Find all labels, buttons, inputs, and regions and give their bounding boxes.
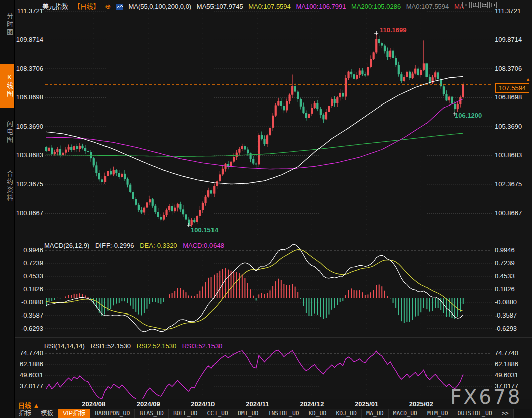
main-axis-label: 102.3675 xyxy=(15,181,43,188)
toolbar-item-mtm-ud[interactable]: MTM_UD xyxy=(422,409,453,418)
toolbar-item-barupdn-ud[interactable]: BARUPDN_UD xyxy=(90,409,135,418)
main-axis-label: 111.3721 xyxy=(495,8,530,15)
macd-axis-label: 0.7239 xyxy=(495,260,530,267)
ma0-value: MA0:107.5594 xyxy=(248,3,291,10)
toolbar-item-vip-indicators[interactable]: VIP指标 xyxy=(58,409,90,418)
expand-icon[interactable]: ⊕ xyxy=(105,3,111,10)
period-badge[interactable]: 【日线】 xyxy=(74,3,100,10)
ma100-value: MA100:106.7991 xyxy=(296,3,346,10)
macd-dea-value: DEA:-0.3320 xyxy=(140,242,177,249)
chart-canvas[interactable] xyxy=(0,0,532,418)
rsi2-value: RSI2:52.1530 xyxy=(137,342,177,350)
main-axis-label: 103.8683 xyxy=(15,152,43,159)
toolbar-item-bias-ud[interactable]: BIAS_UD xyxy=(135,409,168,418)
main-axis-label: 111.3721 xyxy=(15,8,43,15)
macd-axis-label: -0.0880 xyxy=(495,299,530,306)
trading-app-window: 分时图K线图闪电图合约资料 美元指数 【日线】 ⊕ MA(55,0,100,20… xyxy=(0,0,532,418)
pan-tool-icon[interactable] xyxy=(462,2,470,8)
macd-axis-label: 0.1826 xyxy=(495,286,530,293)
sidebar-item-contract-info[interactable]: 合约资料 xyxy=(0,156,14,217)
macd-axis-label: -0.3587 xyxy=(495,312,530,319)
ma200-value: MA200:105.0286 xyxy=(351,3,401,10)
y-axis-zoom-icon[interactable] xyxy=(471,2,479,8)
sidebar-item-timeline-chart[interactable]: 分时图 xyxy=(0,3,14,46)
macd-bar-value: MACD:0.0648 xyxy=(183,242,224,249)
x-axis-zoom-icon[interactable] xyxy=(480,2,488,8)
macd-header: MACD(26,12,9) DIFF:-0.2996 DEA:-0.3320 M… xyxy=(44,242,228,249)
symbol-name: 美元指数 xyxy=(42,3,68,10)
macd-axis-label: 0.4533 xyxy=(495,273,530,280)
main-axis-label: 109.8714 xyxy=(495,36,530,43)
date-label: 2025/01 xyxy=(348,400,385,408)
rsi3-value: RSI3:52.1530 xyxy=(182,342,223,350)
macd-axis-label: 0.9946 xyxy=(495,247,530,254)
sidebar-item-kline-chart[interactable]: K线图 xyxy=(0,64,14,108)
rsi-axis-label: 74.7740 xyxy=(15,350,43,357)
date-label: 2024/10 xyxy=(184,400,222,408)
brand-watermark: FX678 xyxy=(450,386,522,408)
shift-right-icon[interactable] xyxy=(489,2,497,8)
chart-toolbar-icons xyxy=(462,2,497,8)
ma0-gray-value: MA0:107.5594 xyxy=(406,3,449,10)
rsi-axis-label: 37.0177 xyxy=(15,383,43,390)
macd-diff-value: DIFF:-0.2996 xyxy=(95,242,134,249)
main-axis-label: 103.8683 xyxy=(495,152,530,159)
chart-mode-sidebar: 分时图K线图闪电图合约资料 xyxy=(0,0,15,418)
rsi-axis-label: 62.1886 xyxy=(15,361,43,368)
toolbar-item-ma-ud[interactable]: MA_UD xyxy=(362,409,389,418)
main-axis-label: 100.8667 xyxy=(15,210,43,217)
indicator-toolbar: 指标模板VIP指标BARUPDN_UDBIAS_UDBOLL_UDCCI_UDD… xyxy=(14,409,532,418)
main-axis-label: 108.3706 xyxy=(15,65,43,72)
main-axis-label: 105.3690 xyxy=(15,123,43,130)
chart-type-icon[interactable] xyxy=(116,4,123,10)
toolbar-item-boll-ud[interactable]: BOLL_UD xyxy=(169,409,202,418)
rsi-axis-label: 62.1886 xyxy=(495,361,530,368)
date-label: 2024/08 xyxy=(75,400,113,408)
toolbar-item-macd-ud[interactable]: MACD_UD xyxy=(389,409,422,418)
current-price-box[interactable]: 107.5594 xyxy=(495,83,529,93)
rsi-axis-label: 74.7740 xyxy=(495,350,530,357)
date-label: 2024/12 xyxy=(293,400,331,408)
rsi-axis-label: 49.6031 xyxy=(495,372,530,379)
rsi-header: RSI(14,14,14) RSI1:52.1530 RSI2:52.1530 … xyxy=(44,342,226,350)
macd-axis-label: -0.6293 xyxy=(495,325,530,332)
toolbar-item-cci-ud[interactable]: CCI_UD xyxy=(202,409,233,418)
toolbar-item-more-indicators[interactable]: >> xyxy=(497,409,514,418)
rsi-title[interactable]: RSI(14,14,14) xyxy=(44,342,85,350)
rsi1-value: RSI1:52.1530 xyxy=(91,342,131,350)
ma55-value: MA55:107.9745 xyxy=(197,3,243,10)
main-axis-label: 105.3690 xyxy=(495,123,530,130)
toolbar-item-inside-ud[interactable]: INSIDE_UD xyxy=(263,409,304,418)
toolbar-item-kd-ud[interactable]: KD_UD xyxy=(304,409,332,418)
main-axis-label: 102.3675 xyxy=(495,181,530,188)
toolbar-item-kdj-ud[interactable]: KDJ_UD xyxy=(331,409,362,418)
price-axis-marker-icon: ▲ xyxy=(526,77,530,82)
high-price-annotation: 110.1699 xyxy=(380,26,407,34)
macd-axis-label: 0.7239 xyxy=(15,260,43,267)
macd-axis-label: -0.6293 xyxy=(15,325,43,332)
macd-axis-label: 0.4533 xyxy=(15,273,43,280)
date-label: 2024/09 xyxy=(130,400,167,408)
macd-axis-label: -0.0880 xyxy=(15,299,43,306)
main-axis-label: 108.3706 xyxy=(495,65,530,72)
main-axis-label: 106.8698 xyxy=(495,94,530,101)
toolbar-item-templates[interactable]: 模板 xyxy=(36,409,58,418)
macd-axis-label: -0.3587 xyxy=(15,312,43,319)
macd-title[interactable]: MACD(26,12,9) xyxy=(44,242,89,249)
main-axis-label: 100.8667 xyxy=(495,210,530,217)
toolbar-item-outside-ud[interactable]: OUTSIDE_UD xyxy=(453,409,497,418)
toolbar-item-indicators[interactable]: 指标 xyxy=(14,409,36,418)
sidebar-item-lightning-chart[interactable]: 闪电图 xyxy=(0,111,14,153)
macd-axis-label: 0.1826 xyxy=(15,286,43,293)
recent-low-annotation: 106.1200 xyxy=(455,112,482,119)
macd-axis-label: 0.9946 xyxy=(15,247,43,254)
main-axis-label: 106.8698 xyxy=(15,94,43,101)
main-axis-label: 109.8714 xyxy=(15,36,43,43)
date-label: 2024/11 xyxy=(239,400,276,408)
rsi-axis-label: 49.6031 xyxy=(15,372,43,379)
date-label: 2025/02 xyxy=(402,400,440,408)
low-price-annotation: 100.1514 xyxy=(191,226,218,234)
ma-settings[interactable]: MA(55,0,100,200,0,0) xyxy=(128,3,191,10)
toolbar-item-dmi-ud[interactable]: DMI_UD xyxy=(233,409,264,418)
main-chart-header: 美元指数 【日线】 ⊕ MA(55,0,100,200,0,0) MA55:10… xyxy=(42,1,467,9)
